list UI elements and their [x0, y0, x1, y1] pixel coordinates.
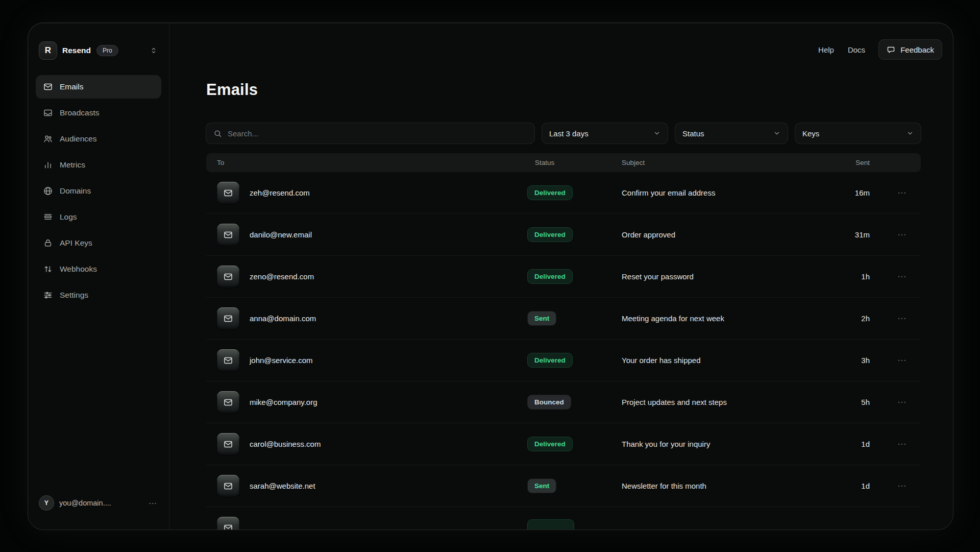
status-badge: Bounced	[528, 395, 571, 409]
chevron-down-icon	[906, 130, 914, 137]
sidebar: R Resend Pro Emails Broadcasts Audiences…	[28, 23, 169, 530]
row-menu-button[interactable]: ⋯	[884, 481, 921, 491]
table-row[interactable]: zeh@resend.com Delivered Confirm your em…	[206, 172, 921, 214]
chevrons-up-down-icon[interactable]	[150, 46, 158, 55]
column-header-to: To	[206, 159, 528, 166]
feedback-bubble-icon	[887, 45, 895, 54]
globe-icon	[43, 186, 53, 196]
column-header-status: Status	[528, 159, 615, 166]
email-subject: Your order has shipped	[615, 356, 835, 365]
brand-name: Resend	[62, 46, 91, 55]
recipient-email: danilo@new.email	[250, 230, 312, 239]
lock-icon	[43, 238, 53, 248]
sidebar-item-metrics[interactable]: Metrics	[36, 154, 161, 176]
table-row[interactable]	[206, 507, 921, 530]
table-row[interactable]: sarah@website.net Sent Newsletter for th…	[206, 465, 921, 507]
sent-time: 31m	[835, 230, 884, 239]
sidebar-item-api-keys[interactable]: API Keys	[36, 232, 161, 254]
keys-dropdown[interactable]: Keys	[795, 123, 921, 143]
status-badge: Delivered	[528, 228, 572, 242]
filters-row: Last 3 days Status Keys	[206, 123, 921, 143]
sidebar-item-settings[interactable]: Settings	[36, 284, 161, 306]
user-account[interactable]: Y you@domain.... ⋯	[36, 496, 161, 510]
email-subject: Newsletter for this month	[615, 482, 835, 490]
email-subject: Project updates and next steps	[615, 398, 835, 406]
plan-badge: Pro	[96, 45, 118, 56]
keys-value: Keys	[802, 129, 819, 138]
bar-chart-icon	[43, 160, 53, 170]
sidebar-item-audiences[interactable]: Audiences	[36, 128, 161, 150]
sidebar-item-label: Metrics	[60, 160, 85, 170]
sidebar-item-logs[interactable]: Logs	[36, 206, 161, 228]
sidebar-nav: Emails Broadcasts Audiences Metrics Doma…	[36, 76, 161, 306]
table-row[interactable]: carol@business.com Delivered Thank you f…	[206, 423, 921, 465]
envelope-icon	[43, 82, 53, 92]
recipient-email: mike@company.org	[250, 398, 317, 406]
table-row[interactable]: john@service.com Delivered Your order ha…	[206, 340, 921, 381]
sidebar-item-broadcasts[interactable]: Broadcasts	[36, 102, 161, 124]
row-menu-button[interactable]: ⋯	[884, 355, 921, 366]
search-box[interactable]	[206, 123, 534, 143]
workspace-switcher[interactable]: R Resend Pro	[36, 42, 161, 59]
table-row[interactable]: danilo@new.email Delivered Order approve…	[206, 214, 921, 256]
docs-link[interactable]: Docs	[848, 45, 865, 54]
row-menu-button[interactable]: ⋯	[884, 397, 921, 407]
recipient-email: carol@business.com	[250, 440, 321, 448]
status-badge: Delivered	[528, 437, 572, 451]
envelope-tile-icon	[217, 224, 239, 246]
sent-time: 3h	[835, 356, 884, 365]
row-menu-button[interactable]: ⋯	[884, 187, 921, 198]
sidebar-item-emails[interactable]: Emails	[36, 76, 161, 98]
help-link[interactable]: Help	[818, 45, 834, 54]
sidebar-item-label: Domains	[60, 186, 91, 196]
sidebar-item-label: API Keys	[60, 238, 92, 248]
email-subject: Confirm your email address	[615, 188, 835, 197]
page-title: Emails	[206, 80, 921, 100]
column-header-sent: Sent	[835, 159, 884, 166]
emails-table: To Status Subject Sent zeh@resend.com De…	[206, 153, 921, 530]
email-subject: Order approved	[615, 230, 835, 239]
sidebar-item-domains[interactable]: Domains	[36, 180, 161, 202]
envelope-tile-icon	[217, 349, 239, 372]
status-badge: Sent	[528, 479, 556, 493]
status-badge: Sent	[528, 311, 556, 325]
envelope-tile-icon	[217, 266, 239, 288]
inbox-icon	[43, 108, 53, 118]
sent-time: 1d	[835, 482, 884, 490]
row-menu-button[interactable]: ⋯	[884, 439, 921, 449]
app-window: R Resend Pro Emails Broadcasts Audiences…	[28, 23, 953, 530]
date-range-dropdown[interactable]: Last 3 days	[542, 123, 668, 143]
email-subject: Meeting agenda for next week	[615, 314, 835, 323]
row-menu-button[interactable]: ⋯	[884, 229, 921, 240]
sent-time: 2h	[835, 314, 884, 323]
table-row[interactable]: anna@domain.com Sent Meeting agenda for …	[206, 298, 921, 340]
envelope-tile-icon	[217, 391, 239, 414]
arrows-up-down-icon	[43, 264, 53, 274]
row-menu-button[interactable]: ⋯	[884, 271, 921, 282]
user-menu-button[interactable]: ⋯	[149, 498, 158, 508]
status-dropdown[interactable]: Status	[675, 123, 788, 143]
sent-time: 5h	[835, 398, 884, 406]
sidebar-item-label: Audiences	[60, 134, 96, 143]
sidebar-item-label: Logs	[60, 212, 77, 222]
recipient-email: anna@domain.com	[250, 314, 316, 323]
status-badge: Delivered	[528, 186, 572, 200]
chevron-down-icon	[773, 130, 780, 137]
search-input[interactable]	[228, 129, 527, 138]
topbar: Help Docs Feedback	[818, 40, 942, 59]
table-row[interactable]: zeno@resend.com Delivered Reset your pas…	[206, 256, 921, 298]
sidebar-item-webhooks[interactable]: Webhooks	[36, 258, 161, 280]
envelope-tile-icon	[217, 475, 239, 497]
chevron-down-icon	[653, 130, 660, 137]
row-menu-button[interactable]: ⋯	[884, 313, 921, 324]
table-row[interactable]: mike@company.org Bounced Project updates…	[206, 381, 921, 423]
sent-time: 1d	[835, 440, 884, 448]
sent-time: 16m	[835, 188, 884, 197]
content: Emails Last 3 days Status	[169, 23, 953, 530]
recipient-email: zeno@resend.com	[250, 272, 314, 281]
avatar: Y	[39, 496, 54, 510]
feedback-button[interactable]: Feedback	[879, 40, 942, 59]
status-badge	[528, 520, 574, 530]
users-icon	[43, 134, 53, 144]
table-header: To Status Subject Sent	[206, 153, 921, 172]
